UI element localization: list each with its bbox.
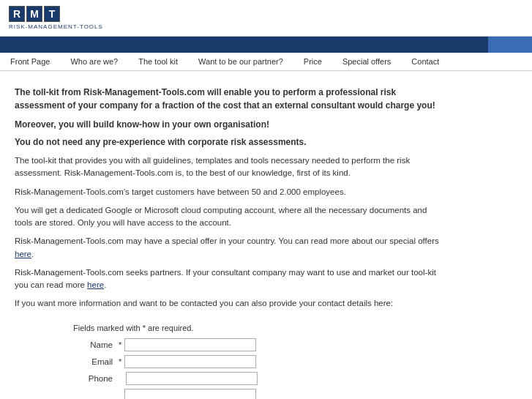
intro-para-3: You do not need any pre-experience with … (15, 137, 446, 147)
nav-contact[interactable]: Contact (401, 53, 449, 70)
nav-front-page[interactable]: Front Page (0, 53, 60, 70)
para-3: You will get a dedicated Google or Micro… (15, 204, 446, 230)
message-row: Message * (73, 389, 446, 400)
phone-input[interactable] (126, 372, 258, 385)
special-offers-link[interactable]: here (15, 250, 31, 258)
contact-form: Fields marked with * are required. Name … (15, 324, 446, 400)
para-4: Risk-Management-Tools.com may have a spe… (15, 235, 446, 261)
banner (0, 37, 532, 53)
name-row: Name * (73, 338, 446, 351)
navigation: Front Page Who are we? The tool kit Want… (0, 53, 532, 71)
logo-r: R (9, 6, 25, 22)
partners-link[interactable]: here (87, 280, 104, 289)
nav-partner[interactable]: Want to be our partner? (188, 53, 293, 70)
logo-t: T (44, 6, 60, 22)
nav-who-are-we[interactable]: Who are we? (60, 53, 128, 70)
nav-special-offers[interactable]: Special offers (332, 53, 401, 70)
para-2: Risk-Management-Tools.com's target custo… (15, 186, 446, 198)
para-6: If you want more information and want to… (15, 297, 446, 310)
name-required: * (119, 340, 121, 349)
intro-para-2: Moreover, you will build know-how in you… (15, 119, 446, 130)
nav-tool-kit[interactable]: The tool kit (128, 53, 188, 70)
header: R M T RISK-MANAGEMENT-TOOLS (0, 0, 532, 37)
form-note: Fields marked with * are required. (73, 324, 446, 332)
phone-label: Phone (73, 374, 117, 383)
message-input[interactable] (124, 389, 256, 400)
name-label: Name (73, 340, 117, 349)
banner-accent (488, 37, 532, 53)
para-1: The tool-kit that provides you with all … (15, 154, 446, 180)
name-input[interactable] (124, 338, 256, 351)
phone-spacer (119, 374, 123, 383)
logo-wrap: R M T RISK-MANAGEMENT-TOOLS (9, 6, 103, 30)
intro-para-1: The toll-kit from Risk-Management-Tools.… (15, 86, 446, 112)
email-label: Email (73, 357, 117, 366)
logo: R M T (9, 6, 97, 22)
site-name: RISK-MANAGEMENT-TOOLS (9, 23, 103, 30)
phone-row: Phone (73, 372, 446, 385)
email-input[interactable] (124, 355, 256, 368)
main-content: The toll-kit from Risk-Management-Tools.… (0, 71, 476, 399)
para-5: Risk-Management-Tools.com seeks partners… (15, 266, 446, 292)
nav-price[interactable]: Price (293, 53, 332, 70)
logo-m: M (26, 6, 42, 22)
email-row: Email * (73, 355, 446, 368)
email-required: * (119, 357, 121, 366)
